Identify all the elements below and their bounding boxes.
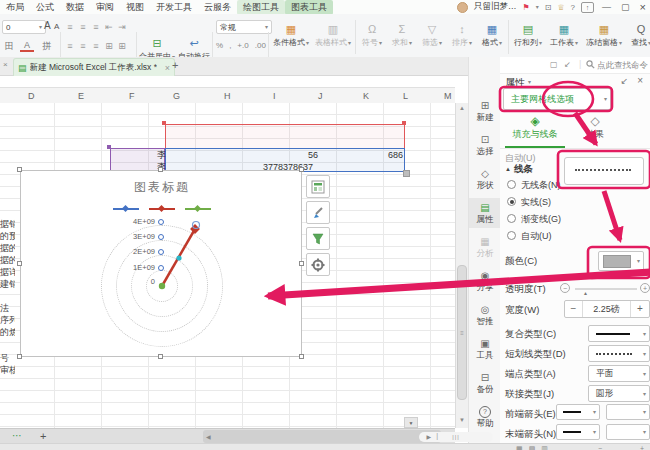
vertical-scroll-thumb[interactable]: ≡	[457, 265, 467, 400]
chart-resize-handle[interactable]	[17, 261, 22, 266]
col-header[interactable]: D	[28, 91, 35, 101]
join-type-dropdown[interactable]: 圆形 ▾	[588, 385, 650, 402]
sidebar-item-shapes[interactable]: ◇ 形状	[469, 164, 501, 194]
radio-auto-line[interactable]	[507, 231, 516, 240]
chart-resize-handle[interactable]	[17, 354, 22, 359]
close-button[interactable]: ×	[638, 1, 648, 13]
width-value[interactable]: 2.25磅	[583, 301, 630, 317]
sidebar-item-tools[interactable]: ▣ 工具	[469, 334, 501, 364]
dash-type-dropdown[interactable]: ▾	[588, 345, 650, 362]
compound-type-dropdown[interactable]: ▾	[588, 325, 650, 342]
filter-button[interactable]: ▽ 筛选▾	[418, 16, 446, 54]
cell-value[interactable]: 686	[337, 149, 403, 161]
dash-style-preview[interactable]	[564, 157, 644, 185]
align-middle-icon[interactable]: ≡	[77, 21, 89, 32]
grow-font-button[interactable]: A	[44, 20, 51, 31]
orientation-icon[interactable]: ⊞	[103, 40, 115, 51]
increase-indent-icon[interactable]: ⇥	[116, 21, 128, 32]
end-arrow-style-dropdown[interactable]: ▾	[556, 424, 600, 440]
percent-icon[interactable]: %	[216, 41, 223, 50]
menu-review[interactable]: 审阅	[90, 0, 120, 15]
menu-devtools[interactable]: 开发工具	[150, 0, 198, 15]
user-avatar[interactable]	[457, 2, 468, 13]
symbol-button[interactable]: Ω 符号▾	[358, 16, 386, 54]
zoom-out-icon[interactable]: −	[598, 445, 602, 450]
width-stepper[interactable]: − 2.25磅 +	[564, 300, 650, 318]
restore-button[interactable]: ▢	[619, 2, 632, 12]
sidebar-item-new[interactable]: ⊞ 新建	[469, 96, 501, 126]
undo-redo-icon[interactable]: ↙	[564, 60, 571, 69]
table-style-button[interactable]: ▥ 表格样式▾	[313, 16, 353, 54]
chart-resize-handle[interactable]	[17, 167, 22, 172]
col-header[interactable]: G	[173, 91, 180, 101]
chart-filter-button[interactable]	[306, 227, 330, 250]
range-handle[interactable]	[107, 145, 111, 149]
wrap-icon-small[interactable]: ⊞	[116, 40, 128, 51]
align-left-icon[interactable]: ≡	[64, 40, 76, 51]
panel-close-icon[interactable]: ×	[637, 75, 643, 86]
tab-effects[interactable]: ◇ 效果	[575, 114, 615, 148]
rows-columns-button[interactable]: ▤ 行和列▾	[511, 16, 545, 54]
conditional-format-button[interactable]: ▦ 条件格式▾	[271, 16, 311, 54]
align-bottom-icon[interactable]: ≡	[90, 21, 102, 32]
sum-button[interactable]: Σ 求和▾	[388, 16, 416, 54]
col-header[interactable]: M	[444, 91, 452, 101]
sheet-list-more-button[interactable]: ⋯	[12, 430, 23, 441]
sidebar-item-analysis[interactable]: ▦ 分析	[469, 232, 501, 262]
col-header[interactable]: H	[224, 91, 231, 101]
line-color-dropdown[interactable]: ▾	[598, 251, 644, 271]
cell-dropdown-button[interactable]: ▼	[404, 417, 418, 428]
align-center-icon[interactable]: ≡	[77, 40, 89, 51]
view-mode-icons[interactable]: ▦▤▥	[516, 445, 554, 450]
menu-drawing-tools[interactable]: 绘图工具	[237, 0, 285, 15]
sidebar-item-backup[interactable]: ⊟ 备份	[469, 368, 501, 398]
scroll-left-icon[interactable]: ◀	[206, 433, 211, 440]
find-command-label[interactable]: 点此查找命令	[597, 60, 648, 72]
help-icon[interactable]: ?	[571, 3, 575, 12]
skin-icon[interactable]: ▢	[550, 60, 558, 69]
user-caret-icon[interactable]: ▾	[536, 4, 539, 10]
width-minus-button[interactable]: −	[565, 301, 583, 317]
panel-title-caret[interactable]: ▾	[528, 79, 531, 85]
scroll-up-icon[interactable]: ▲	[456, 105, 468, 111]
decrease-indent-icon[interactable]: ⇤	[103, 21, 115, 32]
chart-style-button[interactable]	[306, 201, 330, 224]
find-button[interactable]: Q 查找▾	[627, 16, 650, 54]
width-plus-button[interactable]: +	[630, 301, 649, 317]
horizontal-scrollbar[interactable]: ◀ ||| ▶ |	[203, 430, 441, 443]
decrease-decimal-icon[interactable]: .00	[255, 41, 266, 50]
worksheet-button[interactable]: ▦ 工作表▾	[547, 16, 581, 54]
series-source-range[interactable]	[165, 124, 405, 149]
chart-element-selector[interactable]: 主要网格线选项 ▾	[503, 88, 611, 110]
share-window-icon[interactable]: ↑	[581, 2, 594, 13]
phonetic-button[interactable]: 拼	[40, 40, 54, 52]
chart-resize-handle[interactable]	[299, 354, 304, 359]
comma-icon[interactable]: ,	[229, 41, 231, 50]
align-top-icon[interactable]: ≡	[64, 21, 76, 32]
tab-scroll-close-icon[interactable]: ×	[3, 60, 8, 69]
panel-collapse-icon[interactable]: ↙	[620, 76, 628, 86]
col-header[interactable]: K	[363, 91, 369, 101]
series3-point[interactable]	[159, 283, 165, 289]
transparency-minus-button[interactable]: −	[560, 283, 570, 293]
cell-value[interactable]: 56	[250, 149, 318, 161]
freeze-panes-button[interactable]: ▦ 冻结窗格▾	[583, 16, 625, 54]
col-header[interactable]: E	[78, 91, 84, 101]
member-icon[interactable]: ♕	[557, 3, 564, 12]
zoom-in-icon[interactable]: +	[640, 445, 644, 450]
menu-view[interactable]: 视图	[120, 0, 150, 15]
new-tab-button[interactable]: +	[172, 59, 178, 71]
minimize-button[interactable]: —	[600, 2, 613, 12]
radio-no-line[interactable]	[507, 180, 516, 189]
document-tab[interactable]: ▤ 新建 Microsoft Excel 工作表.xlsx * ×	[13, 58, 175, 76]
radar-chart[interactable]: 图表标题 4E+09 3E+09 2E+09 1E+09 0	[20, 170, 302, 357]
increase-decimal-icon[interactable]: +.0	[237, 41, 248, 50]
chart-elements-button[interactable]	[306, 175, 330, 198]
font-color-button[interactable]: A	[20, 40, 34, 52]
col-header[interactable]: J	[318, 91, 323, 101]
col-header[interactable]: L	[403, 91, 408, 101]
sidebar-item-select[interactable]: ⊡ 选择	[469, 130, 501, 160]
range-handle[interactable]	[162, 121, 166, 125]
tab-close-icon[interactable]: ×	[165, 63, 170, 73]
cell-value[interactable]: 李	[157, 149, 166, 161]
